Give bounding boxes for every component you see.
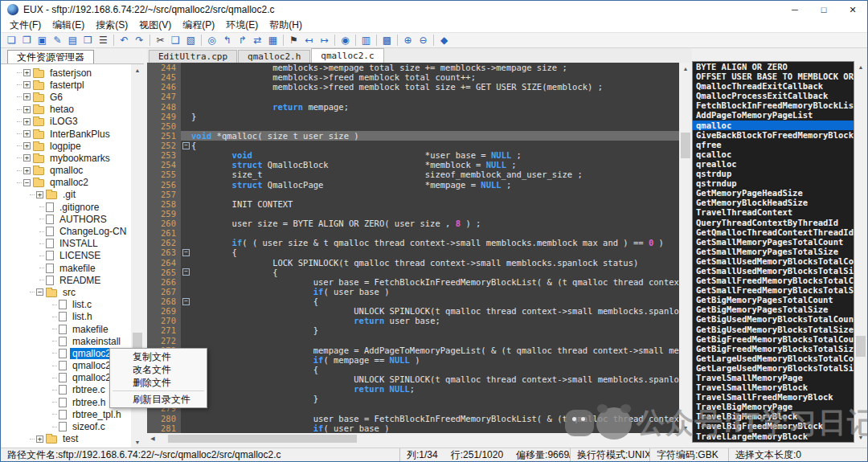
expand-icon[interactable]: + [23,93,31,100]
tree-item[interactable]: README [1,274,131,286]
expand-icon[interactable]: + [23,154,31,161]
close-file-icon[interactable]: ❒ [80,34,96,47]
function-list-item[interactable]: GetSmallMemoryPagesTotalSize [693,247,854,256]
minimize-icon[interactable]: ─ [780,1,809,18]
tree-item[interactable]: INSTALL [1,238,131,250]
tree-item[interactable]: −qmalloc2 [1,177,131,189]
expand-icon[interactable]: + [23,118,31,125]
copy-icon[interactable]: ❑ [168,34,183,47]
editor-hscrollbar[interactable]: ◀ [147,433,692,444]
menu-item[interactable]: 编辑(E) [47,18,90,32]
prev-bookmark-icon[interactable]: ↤ [301,34,317,47]
undo-icon[interactable]: ↶ [117,34,132,47]
function-list-item[interactable]: GetBigFreedMemoryBlocksTotalCount [693,334,854,344]
tree-item[interactable]: makefile [1,262,131,274]
close-icon[interactable]: ✕ [838,1,867,18]
file-list-icon[interactable]: ☰ [96,34,111,47]
save-as-icon[interactable]: ✎ [50,34,65,47]
tree-item[interactable]: ChangeLog-CN [1,225,131,237]
scroll-thumb[interactable] [168,435,357,443]
function-list-item[interactable]: qmalloc [693,121,854,130]
redo-icon[interactable]: ↷ [132,34,147,47]
zoom-in-icon[interactable]: ⊕ [400,34,416,47]
function-list-item[interactable]: TravelSmallMemoryPage [693,373,854,382]
function-list-item[interactable]: qfree [693,140,854,149]
fold-collapse-icon[interactable]: − [182,249,190,256]
replace-all-icon[interactable]: ▦ [265,34,280,47]
replace-icon[interactable]: ⇄ [250,34,265,47]
tree-item[interactable]: rbtree_tpl.h [1,408,131,420]
function-list-item[interactable]: FetchBlockInFreedMemoryBlockList [693,100,854,110]
tab-qmalloc2.h[interactable]: qmalloc2.h [238,50,310,63]
function-list-item[interactable]: GetQmallocThreadContextThreadId [693,227,854,237]
tree-item[interactable]: AUTHORS [1,213,131,225]
find-next-icon[interactable]: ↱ [235,34,250,47]
function-list-item[interactable]: TravelBigMemoryPage [693,402,854,411]
function-list[interactable]: BYTE_ALIGN_OR_ZEROOFFSET_USER_BASE_TO_ME… [692,61,854,443]
menu-item[interactable]: 帮助(H) [264,18,308,32]
tree-item[interactable]: sizeof.c [1,420,131,432]
compare-icon[interactable]: ▩ [379,34,395,47]
function-list-item[interactable]: TravelBigMemoryBlock [693,411,854,421]
expand-icon[interactable]: + [23,167,31,174]
paste-icon[interactable]: ▧ [183,34,199,47]
expand-icon[interactable]: + [23,106,31,113]
function-list-icon[interactable]: ▥ [358,34,374,47]
context-menu-item[interactable]: 删除文件 [110,376,207,389]
scroll-up-icon[interactable]: ▲ [854,61,867,72]
scroll-thumb[interactable] [681,133,690,158]
editor-vscrollbar[interactable]: ▲ ▼ [679,63,692,433]
maximize-icon[interactable]: □ [809,1,838,18]
expand-icon[interactable]: + [23,130,31,137]
function-list-item[interactable]: GetMemoryPageHeadSize [693,188,854,198]
function-list-item[interactable]: GetBigUsedMemoryBlocksTotalSize [693,325,854,334]
function-list-item[interactable]: TravelLargeMemoryBlock [693,431,854,441]
tree-item[interactable]: +fasterjson [1,67,131,79]
function-list-item[interactable]: GetSmallUsedMemoryBlocksTotalSize [693,266,854,276]
function-list-item[interactable]: QueryThreadContextByThreadId [693,218,854,227]
expand-icon[interactable]: + [23,69,31,76]
find-icon[interactable]: ◎ [204,34,219,47]
function-list-item[interactable]: GetBigMemoryPagesTotalCount [693,295,854,305]
tree-item[interactable]: makefile [1,323,131,335]
tree-item[interactable]: +qmalloc [1,165,131,177]
menu-item[interactable]: 视图(V) [133,18,177,32]
function-list-item[interactable]: GetLargeUsedMemoryBlocksTotalSize [693,363,854,373]
scroll-thumb[interactable] [856,336,866,357]
function-list-item[interactable]: GetLargeUsedMemoryBlocksTotalCoun [693,354,854,363]
function-list-item[interactable]: GetSmallFreedMemoryBlocksTotalCou [693,276,854,285]
function-list-item[interactable]: GetBigFreedMemoryBlocksTotalSize [693,344,854,354]
save-icon[interactable]: ▣ [35,34,50,47]
tree-item[interactable]: list.c [1,299,131,311]
tree-item[interactable]: +hetao [1,104,131,116]
code-editor[interactable]: 244 memblocks->mempage_total_size += mem… [147,63,679,433]
function-list-item[interactable]: GetSmallMemoryPagesTotalCount [693,237,854,247]
function-list-item[interactable]: TravelThreadContext [693,207,854,217]
expand-icon[interactable]: + [23,81,31,88]
function-list-item[interactable]: GetBigUsedMemoryBlocksTotalCount [693,314,854,324]
open-file-icon[interactable]: ❐ [19,34,35,47]
tree-item[interactable]: LICENSE [1,250,131,262]
expand-icon[interactable]: + [36,435,43,443]
new-file-icon[interactable]: ❏ [4,34,19,47]
tree-item[interactable]: +iLOG3 [1,116,131,128]
tab-qmalloc2.c[interactable]: qmalloc2.c [311,48,383,63]
scroll-down-icon[interactable]: ▼ [854,431,867,443]
fold-collapse-icon[interactable]: − [182,268,190,276]
explorer-header-tab[interactable]: 文件资源管理器 [7,50,94,63]
function-list-item[interactable]: TravelSmallMemoryBlock [693,382,854,392]
function-list-item[interactable]: qcalloc [693,149,854,159]
fold-collapse-icon[interactable]: − [182,298,190,305]
about-icon[interactable]: ◆ [436,34,452,47]
tree-item[interactable]: +test [1,433,131,445]
context-menu-item[interactable]: 改名文件 [110,363,207,376]
menu-item[interactable]: 文件(F) [4,18,47,32]
tree-item[interactable]: list.h [1,311,131,323]
function-list-item[interactable]: TravelBigFreedMemoryBlock [693,421,854,431]
menu-item[interactable]: 编程(P) [177,18,220,32]
scroll-left-icon[interactable]: ◀ [147,433,158,444]
find-prev-icon[interactable]: ↰ [219,34,235,47]
function-list-item[interactable]: GiveBackBlockToFreedMemoryBlockLi [693,130,854,140]
function-list-item[interactable]: AddPageToMemoryPageList [693,110,854,120]
function-list-item[interactable]: QmallocThreadExitCallback [693,81,854,91]
